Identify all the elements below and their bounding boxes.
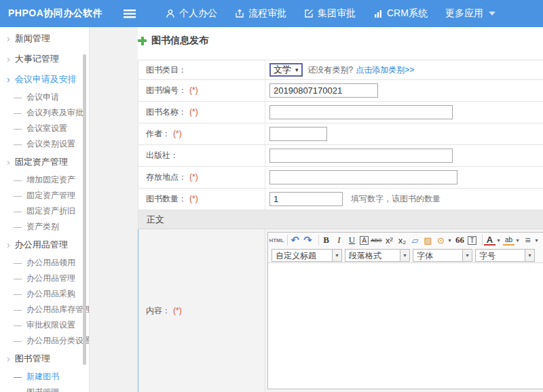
sidebar-item-approval-permission[interactable]: — 审批权限设置 <box>0 317 89 333</box>
item-marker-icon: — <box>14 207 22 216</box>
font-family-dropdown[interactable]: 字体 ▾ <box>413 249 472 262</box>
highlight-icon[interactable]: ab <box>503 235 514 246</box>
sidebar-item-book-new[interactable]: — 新建图书 <box>0 369 89 385</box>
autotypeset-icon[interactable]: A <box>360 236 369 245</box>
item-marker-icon: — <box>14 321 22 330</box>
field-label: 图书编号：(*) <box>138 85 265 96</box>
sidebar-item-meeting-apply[interactable]: — 会议申请 <box>0 90 89 105</box>
book-form: 图书类目： 文学 ▾ 还没有类别? 点击添加类别>> 图书编号：(*) <box>138 60 543 392</box>
custom-heading-dropdown[interactable]: 自定义标题 ▾ <box>272 249 342 262</box>
sidebar-item-meeting-room[interactable]: — 会议室设置 <box>0 121 89 136</box>
item-marker-icon: › <box>7 353 10 364</box>
app-logo: PHPOA协同办公软件 <box>0 7 115 20</box>
item-marker-icon: — <box>14 305 22 315</box>
item-marker-icon: › <box>7 74 10 85</box>
strikethrough-icon[interactable]: ABC <box>371 234 382 246</box>
paste-text-icon[interactable]: T <box>468 236 476 245</box>
sidebar-item-label: 办公用品管理 <box>26 273 75 284</box>
redo-icon[interactable]: ↷ <box>302 234 314 246</box>
sidebar-item-meeting-category[interactable]: — 会议类别设置 <box>0 136 89 152</box>
required-mark: (*) <box>189 172 198 182</box>
category-note: 还没有类别? <box>308 64 354 76</box>
paragraph-format-dropdown[interactable]: 段落格式 ▾ <box>345 249 410 262</box>
superscript-icon[interactable]: x² <box>383 234 395 246</box>
book-category-select[interactable]: 文学 ▾ <box>269 63 303 77</box>
item-marker-icon: — <box>14 258 22 268</box>
sidebar-group-meetings[interactable]: › 会议申请及安排 <box>0 69 89 90</box>
sidebar-item-label: 会议列表及审批 <box>26 107 83 119</box>
eraser-icon[interactable]: ▱ <box>409 234 421 246</box>
nav-personal-office[interactable]: 个人办公 <box>166 7 217 20</box>
font-size-dropdown[interactable]: 字号 ▾ <box>475 249 535 262</box>
book-name-input[interactable] <box>269 105 453 119</box>
add-plus-icon <box>138 37 147 45</box>
dropdown-caret-icon[interactable]: ▾ <box>447 234 453 246</box>
required-mark: (*) <box>189 107 198 117</box>
field-label: 图书名称：(*) <box>138 106 265 118</box>
underline-icon[interactable]: U <box>346 234 358 246</box>
sidebar-scrollbar[interactable] <box>83 54 86 365</box>
add-category-link[interactable]: 点击添加类别>> <box>356 64 414 76</box>
toolbar-separator[interactable] <box>479 235 483 246</box>
sidebar-item-asset-category[interactable]: — 资产类别 <box>0 219 89 235</box>
subscript-icon[interactable]: x₂ <box>396 234 408 246</box>
sidebar-item-supplies-category[interactable]: — 办公用品分类设置 <box>0 333 89 349</box>
sidebar-item-asset-add[interactable]: — 增加固定资产 <box>0 172 89 188</box>
editor-content-area[interactable] <box>268 262 543 389</box>
toolbar-dropdowns: 自定义标题 ▾ 段落格式 ▾ 字体 ▾ 字号 <box>270 249 536 262</box>
dropdown-caret-icon[interactable]: ▾ <box>533 234 540 246</box>
sidebar-item-supplies-inventory[interactable]: — 办公用品库存管理 <box>0 302 89 317</box>
nav-workflow-approval[interactable]: 流程审批 <box>235 7 286 20</box>
item-marker-icon: › <box>7 54 10 64</box>
sidebar-group-events[interactable]: › 大事记管理 <box>0 49 89 69</box>
sidebar-item-label: 图书管理 <box>15 353 50 365</box>
sidebar-item-label: 新建图书 <box>26 371 59 383</box>
sidebar-group-books[interactable]: › 图书管理 <box>0 349 89 369</box>
select-caret-icon: ▾ <box>295 66 299 73</box>
sidebar-item-supplies-requisition[interactable]: — 办公用品领用 <box>0 255 89 271</box>
dropdown-caret-icon[interactable]: ▾ <box>495 234 502 246</box>
nav-crm-system[interactable]: CRM系统 <box>373 7 428 20</box>
format-brush-icon[interactable]: ▨ <box>422 234 434 246</box>
toolbar-separator[interactable] <box>284 235 288 246</box>
sidebar-group-supplies[interactable]: › 办公用品管理 <box>0 235 89 255</box>
book-quantity-input[interactable] <box>269 192 343 206</box>
sidebar-item-label: 会议申请 <box>26 92 59 103</box>
sidebar-item-supplies-purchase[interactable]: — 办公用品采购 <box>0 286 89 302</box>
dropdown-caret-icon[interactable]: ▾ <box>514 234 521 246</box>
nav-group-approval[interactable]: 集团审批 <box>304 7 356 20</box>
italic-icon[interactable]: I <box>333 234 345 246</box>
source-code-icon[interactable]: HTML <box>271 234 282 246</box>
sidebar-item-meeting-list[interactable]: — 会议列表及审批 <box>0 105 89 121</box>
sidebar-item-label: 增加固定资产 <box>26 174 75 186</box>
storage-location-input[interactable] <box>269 170 457 184</box>
sidebar-item-book-manage[interactable]: — 图书管理 <box>0 385 89 392</box>
hamburger-menu-icon[interactable] <box>124 9 136 18</box>
item-marker-icon: — <box>14 336 22 346</box>
bold-icon[interactable]: B <box>320 234 332 246</box>
required-mark: (*) <box>189 194 198 203</box>
author-input[interactable] <box>269 127 327 141</box>
field-label: 存放地点：(*) <box>138 172 265 183</box>
dropdown-caret-icon: ▾ <box>400 250 409 261</box>
book-number-input[interactable] <box>269 83 378 98</box>
blockquote-icon[interactable]: 66 <box>454 234 466 246</box>
field-hint: 填写数字，该图书的数量 <box>351 193 441 205</box>
sidebar-group-news[interactable]: › 新闻管理 <box>0 28 89 49</box>
sidebar-item-asset-depreciation[interactable]: — 固定资产折旧 <box>0 203 89 219</box>
undo-icon[interactable]: ↶ <box>289 234 301 246</box>
field-label: 图书类目： <box>138 64 265 76</box>
editor-toolbar-row1: HTML↶↷BIUAABCx²x₂▱▨⊙▾66TA▾ab▾≡▾≡▾ <box>268 233 543 248</box>
sidebar-item-asset-manage[interactable]: — 固定资产管理 <box>0 188 89 203</box>
color-palette-icon[interactable]: ⊙ <box>435 234 447 246</box>
sidebar-item-supplies-manage[interactable]: — 办公用品管理 <box>0 271 89 286</box>
font-color-icon[interactable]: A <box>484 235 495 246</box>
publisher-input[interactable] <box>269 149 453 163</box>
nav-more-apps[interactable]: 更多应用 <box>445 7 495 20</box>
toolbar-separator[interactable] <box>315 235 319 246</box>
field-label: 内容： (*) <box>138 229 265 392</box>
page-title: 图书信息发布 <box>138 35 208 47</box>
ordered-list-icon[interactable]: ≡ <box>522 234 533 246</box>
sidebar-group-assets[interactable]: › 固定资产管理 <box>0 152 89 172</box>
user-icon <box>166 9 175 18</box>
